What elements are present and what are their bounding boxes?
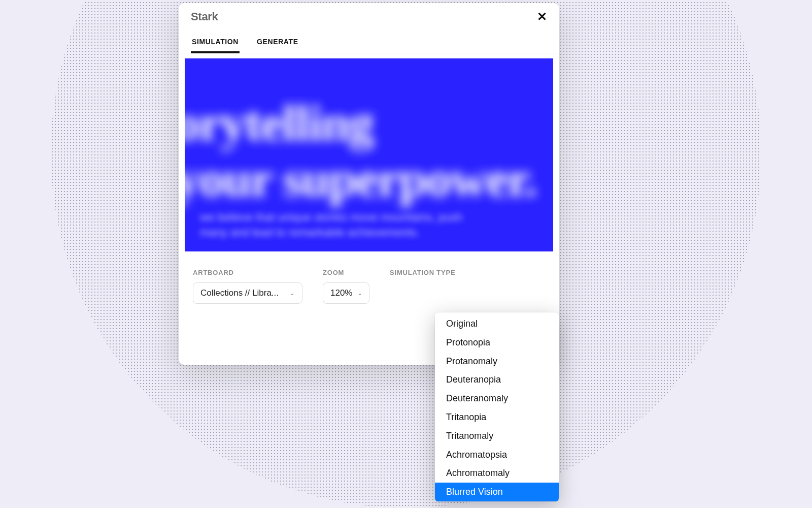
dropdown-item-protanomaly[interactable]: Protanomaly: [435, 352, 559, 371]
panel-header: Stark ✕: [179, 3, 559, 28]
panel-title: Stark: [191, 10, 218, 23]
dropdown-item-tritanomaly[interactable]: Tritanomaly: [435, 427, 559, 446]
close-icon: ✕: [537, 10, 547, 23]
zoom-control: ZOOM 120% ⌄: [323, 269, 369, 304]
dropdown-item-original[interactable]: Original: [435, 314, 559, 333]
dropdown-item-deuteranopia[interactable]: Deuteranopia: [435, 370, 559, 389]
stark-panel: Stark ✕ SIMULATION GENERATE orytelling y…: [179, 3, 559, 365]
dropdown-item-protonopia[interactable]: Protonopia: [435, 333, 559, 352]
chevron-down-icon: ⌄: [290, 290, 295, 297]
chevron-down-icon: ⌄: [357, 290, 362, 297]
preview-subline-1: we believe that unique stories move moun…: [200, 211, 462, 224]
preview-headline-2: your superpower.: [185, 150, 536, 208]
close-button[interactable]: ✕: [537, 11, 547, 23]
controls-row: ARTBOARD Collections // Libra... ⌄ ZOOM …: [179, 251, 559, 304]
preview-container: orytelling your superpower. we believe t…: [179, 53, 559, 251]
simulation-type-control: SIMULATION TYPE: [390, 269, 455, 304]
zoom-select[interactable]: 120% ⌄: [323, 282, 369, 304]
simulation-type-label: SIMULATION TYPE: [390, 269, 455, 276]
simulation-type-dropdown[interactable]: OriginalProtonopiaProtanomalyDeuteranopi…: [435, 312, 559, 501]
dropdown-item-tritanopia[interactable]: Tritanopia: [435, 408, 559, 427]
zoom-label: ZOOM: [323, 269, 369, 276]
artboard-control: ARTBOARD Collections // Libra... ⌄: [193, 269, 302, 304]
preview-headline-1: orytelling: [185, 94, 373, 152]
tab-generate[interactable]: GENERATE: [256, 31, 299, 53]
artboard-label: ARTBOARD: [193, 269, 302, 276]
simulation-preview: orytelling your superpower. we believe t…: [185, 58, 553, 251]
preview-subline-2: many and lead to remarkable achievements…: [200, 226, 420, 239]
dropdown-item-achromatopsia[interactable]: Achromatopsia: [435, 446, 559, 464]
artboard-select-value: Collections // Libra...: [200, 288, 279, 298]
dropdown-item-deuteranomaly[interactable]: Deuteranomaly: [435, 389, 559, 408]
zoom-select-value: 120%: [330, 288, 352, 298]
dropdown-item-blurred-vision[interactable]: Blurred Vision: [435, 483, 559, 501]
tab-simulation[interactable]: SIMULATION: [191, 31, 240, 53]
artboard-select[interactable]: Collections // Libra... ⌄: [193, 282, 302, 304]
dropdown-item-achromatomaly[interactable]: Achromatomaly: [435, 464, 559, 483]
tabs: SIMULATION GENERATE: [179, 28, 559, 53]
